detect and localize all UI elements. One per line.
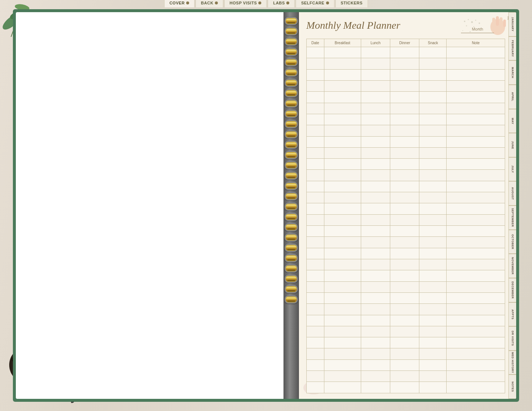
table-cell — [419, 147, 447, 158]
table-cell — [361, 259, 390, 270]
table-cell — [307, 136, 324, 147]
table-cell — [361, 292, 390, 303]
table-row — [307, 226, 505, 237]
table-cell — [324, 326, 361, 337]
spiral-ring — [285, 295, 298, 303]
table-cell — [447, 371, 505, 382]
table-cell — [324, 270, 361, 281]
table-cell — [361, 136, 390, 147]
month-tab-january[interactable]: JANUARY — [508, 12, 516, 36]
spiral-ring — [285, 110, 298, 118]
page-content: Monthly Meal Planner Month Date Breakfas… — [299, 12, 516, 399]
table-cell — [324, 371, 361, 382]
tab-stickers[interactable]: STICKERS — [335, 0, 368, 7]
table-cell — [447, 69, 505, 80]
table-cell — [324, 159, 361, 170]
table-cell — [447, 382, 505, 393]
table-cell — [447, 58, 505, 69]
table-cell — [419, 47, 447, 58]
tab-back[interactable]: BACK — [195, 0, 223, 7]
table-cell — [324, 114, 361, 125]
col-header-breakfast: Breakfast — [324, 39, 361, 47]
tab-back-notch — [215, 1, 218, 4]
table-row — [307, 181, 505, 192]
table-cell — [307, 348, 324, 359]
spiral-ring — [285, 17, 298, 25]
month-tab-april[interactable]: APRIL — [508, 85, 516, 109]
table-cell — [419, 248, 447, 259]
table-cell — [419, 371, 447, 382]
table-cell — [361, 270, 390, 281]
table-row — [307, 348, 505, 359]
table-cell — [419, 214, 447, 225]
tab-selfcare[interactable]: SELFCARE — [296, 0, 334, 7]
table-row — [307, 382, 505, 393]
table-cell — [390, 281, 419, 292]
month-tab-july[interactable]: JULY — [508, 157, 516, 182]
month-tab-march[interactable]: MARCH — [508, 60, 516, 85]
table-cell — [361, 371, 390, 382]
table-cell — [307, 371, 324, 382]
table-cell — [307, 304, 324, 315]
month-tab-dr-visits[interactable]: DR VISITS — [508, 326, 516, 351]
table-row — [307, 337, 505, 348]
month-tab-may[interactable]: MAY — [508, 109, 516, 133]
table-row — [307, 125, 505, 136]
table-cell — [307, 237, 324, 248]
page-header: Monthly Meal Planner Month — [306, 20, 505, 33]
month-tab-june[interactable]: JUNE — [508, 133, 516, 157]
table-cell — [447, 326, 505, 337]
table-row — [307, 47, 505, 58]
month-tab-february[interactable]: FEBRUARY — [508, 36, 516, 61]
spiral-ring — [285, 203, 298, 211]
table-cell — [390, 248, 419, 259]
spiral-ring — [285, 99, 298, 108]
table-cell — [307, 92, 324, 103]
table-cell — [324, 147, 361, 158]
table-cell — [447, 359, 505, 370]
table-cell — [419, 192, 447, 203]
table-cell — [390, 371, 419, 382]
table-row — [307, 270, 505, 281]
table-cell — [324, 214, 361, 225]
month-tab-med-history[interactable]: MED HISTORY — [508, 351, 516, 375]
table-cell — [390, 292, 419, 303]
table-cell — [361, 203, 390, 214]
month-tab-notes[interactable]: NOTES — [508, 375, 516, 399]
table-cell — [447, 147, 505, 158]
table-row — [307, 136, 505, 147]
table-cell — [307, 114, 324, 125]
month-tab-august[interactable]: AUGUST — [508, 181, 516, 206]
table-cell — [390, 192, 419, 203]
table-cell — [307, 58, 324, 69]
table-cell — [324, 248, 361, 259]
table-row — [307, 69, 505, 80]
month-tab-december[interactable]: DECEMBER — [508, 278, 516, 302]
table-cell — [361, 359, 390, 370]
month-tab-september[interactable]: SEPTEMBER — [508, 206, 516, 230]
spiral-ring — [285, 213, 298, 221]
table-cell — [361, 80, 390, 91]
table-cell — [447, 125, 505, 136]
table-cell — [307, 315, 324, 326]
month-tab-november[interactable]: NOVEMBER — [508, 254, 516, 278]
spiral-ring — [285, 120, 298, 128]
table-cell — [361, 237, 390, 248]
month-tab-october[interactable]: OCTOBER — [508, 230, 516, 254]
month-tab-appts[interactable]: APPTS — [508, 302, 516, 327]
table-cell — [307, 192, 324, 203]
table-cell — [447, 192, 505, 203]
col-header-lunch: Lunch — [361, 39, 390, 47]
spiral-ring — [285, 233, 298, 242]
tab-hosp-visits[interactable]: HOSP VISITS — [224, 0, 267, 7]
table-row — [307, 326, 505, 337]
table-cell — [361, 226, 390, 237]
tab-labs[interactable]: LABS — [268, 0, 295, 7]
table-row — [307, 248, 505, 259]
tab-cover[interactable]: COVER — [164, 0, 195, 7]
table-cell — [419, 159, 447, 170]
table-cell — [361, 326, 390, 337]
table-cell — [419, 382, 447, 393]
table-cell — [361, 337, 390, 348]
spiral-ring — [285, 141, 298, 149]
